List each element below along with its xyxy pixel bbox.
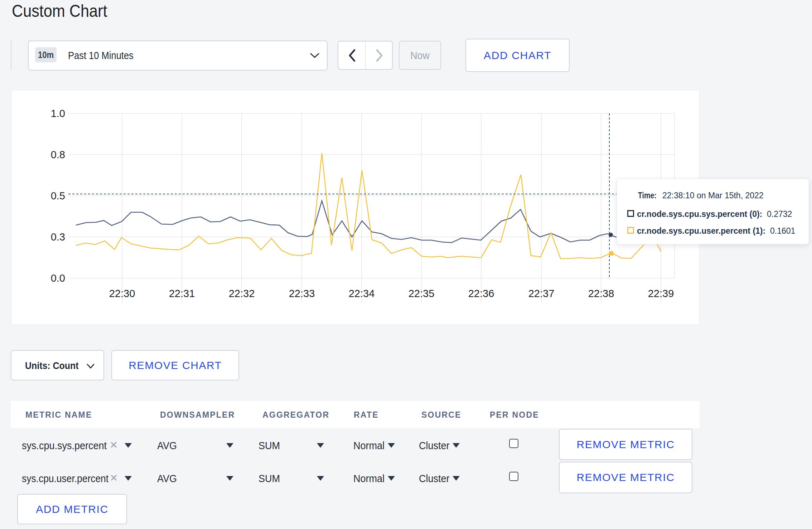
svg-text:22:32: 22:32 <box>229 288 255 299</box>
svg-text:0.5: 0.5 <box>51 190 65 202</box>
svg-text:0.0: 0.0 <box>51 272 65 284</box>
svg-text:22:38: 22:38 <box>588 288 614 299</box>
svg-text:1.0: 1.0 <box>51 108 65 119</box>
svg-text:22:31: 22:31 <box>169 288 195 299</box>
svg-text:22:37: 22:37 <box>528 288 555 299</box>
svg-text:22:34: 22:34 <box>349 288 375 299</box>
svg-text:22:39: 22:39 <box>648 288 674 299</box>
svg-text:0.8: 0.8 <box>51 149 65 160</box>
svg-text:22:36: 22:36 <box>468 288 494 299</box>
svg-text:0.3: 0.3 <box>51 231 65 243</box>
svg-text:22:33: 22:33 <box>289 288 315 299</box>
svg-text:22:30: 22:30 <box>109 288 135 299</box>
svg-text:22:35: 22:35 <box>409 288 435 299</box>
